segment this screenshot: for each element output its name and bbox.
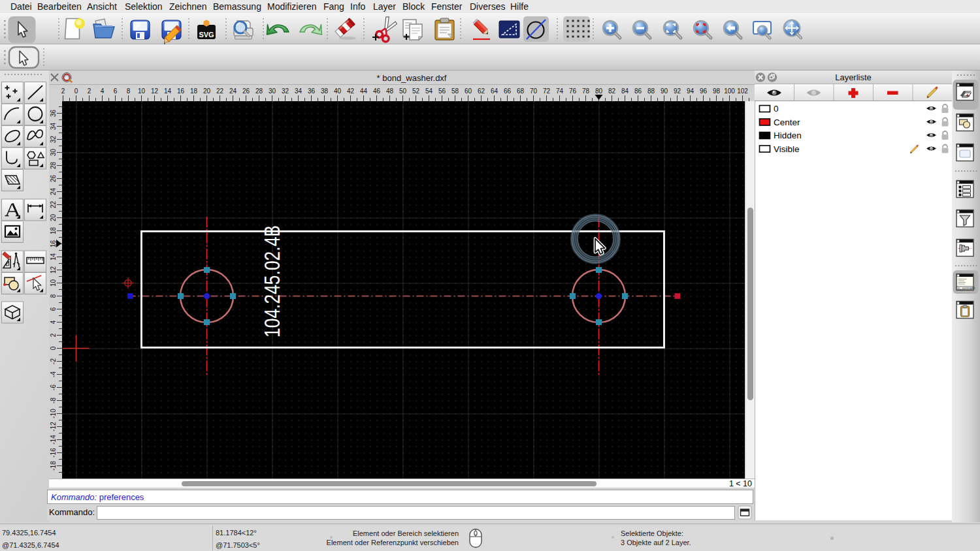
svg-text:66: 66 (504, 87, 512, 95)
svg-text:54: 54 (425, 87, 433, 95)
svg-text:60: 60 (465, 87, 472, 95)
svg-text:16: 16 (177, 87, 185, 95)
svg-text:18: 18 (50, 227, 57, 235)
svg-text:-10: -10 (50, 409, 57, 418)
svg-text:10: 10 (50, 279, 57, 287)
svg-text:-16: -16 (50, 448, 57, 458)
svg-text:2: 2 (61, 87, 65, 95)
svg-text:-2: -2 (50, 358, 57, 364)
svg-text:52: 52 (412, 87, 420, 95)
svg-text:0: 0 (50, 346, 57, 350)
svg-text:34: 34 (295, 87, 302, 95)
svg-text:36: 36 (308, 87, 316, 95)
svg-text:96: 96 (700, 87, 708, 95)
svg-text:2: 2 (50, 333, 57, 337)
svg-text:-14: -14 (50, 435, 57, 445)
svg-text:26: 26 (242, 87, 250, 95)
svg-text:0: 0 (774, 104, 779, 114)
svg-text:6: 6 (114, 87, 118, 95)
svg-text:98: 98 (713, 87, 721, 95)
svg-text:64: 64 (491, 87, 498, 95)
svg-text:c:_command: c:_command (958, 287, 975, 290)
svg-text:68: 68 (517, 87, 525, 95)
svg-text:-6: -6 (50, 385, 57, 390)
svg-text:4: 4 (50, 320, 57, 324)
svg-text:-8: -8 (50, 398, 57, 403)
svg-text:32: 32 (282, 87, 289, 95)
svg-text:94: 94 (687, 87, 694, 95)
svg-text:18: 18 (190, 87, 198, 95)
svg-text:Visible: Visible (774, 144, 800, 154)
svg-text:30: 30 (50, 149, 57, 157)
svg-text:SVG: SVG (199, 31, 214, 39)
svg-text:26: 26 (50, 175, 57, 183)
svg-text:46: 46 (373, 87, 381, 95)
svg-text:44: 44 (360, 87, 368, 95)
svg-text:56: 56 (438, 87, 446, 95)
svg-text:2: 2 (88, 87, 91, 95)
svg-text:6: 6 (50, 307, 57, 311)
svg-text:Center: Center (774, 118, 800, 127)
svg-text:4: 4 (101, 87, 105, 95)
svg-text:8: 8 (127, 87, 131, 95)
svg-text:82: 82 (608, 87, 616, 95)
svg-text:14: 14 (50, 253, 57, 261)
svg-text:78: 78 (582, 87, 590, 95)
svg-text:102: 102 (737, 87, 748, 95)
svg-text:84: 84 (621, 87, 629, 95)
svg-text:88: 88 (647, 87, 655, 95)
svg-text:36: 36 (50, 110, 57, 118)
svg-text:-18: -18 (50, 461, 57, 471)
svg-text:Hidden: Hidden (774, 131, 802, 140)
svg-text:80: 80 (595, 87, 603, 95)
svg-text:42: 42 (347, 87, 355, 95)
svg-text:-4: -4 (50, 371, 57, 377)
svg-text:40: 40 (334, 87, 342, 95)
svg-text:14: 14 (164, 87, 172, 95)
svg-text:100: 100 (724, 87, 735, 95)
svg-text:22: 22 (216, 87, 224, 95)
svg-text:30: 30 (269, 87, 276, 95)
svg-text:12: 12 (151, 87, 159, 95)
svg-text:34: 34 (50, 123, 57, 131)
svg-text:58: 58 (451, 87, 459, 95)
svg-text:74: 74 (556, 87, 564, 95)
svg-text:72: 72 (543, 87, 551, 95)
svg-text:92: 92 (674, 87, 681, 95)
svg-text:-12: -12 (50, 422, 57, 432)
svg-text:16: 16 (50, 240, 57, 248)
svg-text:24: 24 (229, 87, 237, 95)
svg-text:32: 32 (50, 136, 57, 144)
svg-text:8: 8 (50, 294, 57, 298)
svg-text:22: 22 (50, 201, 57, 209)
svg-text:28: 28 (255, 87, 263, 95)
svg-text:20: 20 (203, 87, 211, 95)
svg-text:20: 20 (50, 214, 57, 222)
svg-text:48: 48 (386, 87, 394, 95)
svg-text:28: 28 (50, 162, 57, 170)
svg-text:12: 12 (50, 266, 57, 274)
svg-text:10: 10 (138, 87, 146, 95)
svg-text:Layerliste: Layerliste (835, 72, 872, 82)
svg-text:76: 76 (569, 87, 577, 95)
svg-text:86: 86 (634, 87, 642, 95)
svg-text:90: 90 (661, 87, 668, 95)
svg-text:62: 62 (478, 87, 485, 95)
svg-text:104.245.02.4B: 104.245.02.4B (259, 225, 284, 338)
svg-text:70: 70 (530, 87, 538, 95)
svg-text:0: 0 (74, 87, 78, 95)
svg-text:50: 50 (399, 87, 407, 95)
svg-text:24: 24 (50, 188, 57, 196)
svg-text:38: 38 (321, 87, 329, 95)
